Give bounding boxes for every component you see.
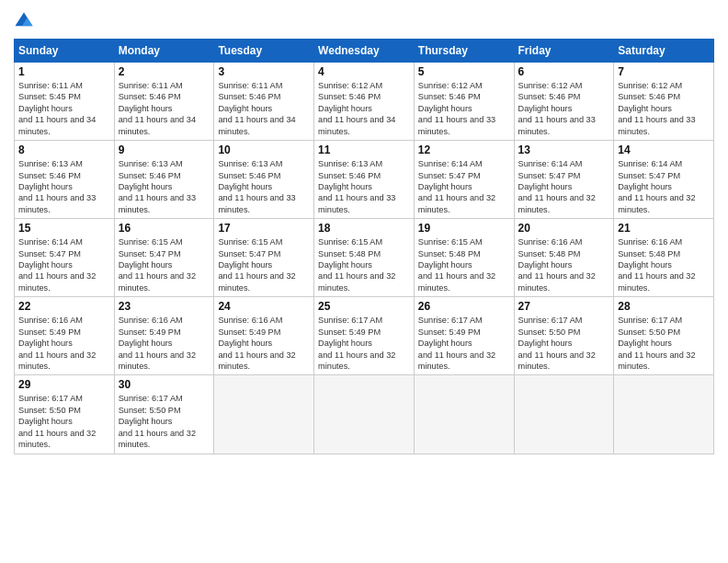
day-number: 3 <box>218 65 310 78</box>
calendar-cell: 1Sunrise: 6:11 AMSunset: 5:45 PMDaylight… <box>15 63 115 141</box>
cell-info: Sunrise: 6:13 AMSunset: 5:46 PMDaylight … <box>218 158 310 215</box>
cell-info: Sunrise: 6:13 AMSunset: 5:46 PMDaylight … <box>18 158 110 215</box>
day-number: 12 <box>418 144 510 156</box>
cell-info: Sunrise: 6:11 AMSunset: 5:46 PMDaylight … <box>218 80 310 137</box>
calendar-cell: 26Sunrise: 6:17 AMSunset: 5:49 PMDayligh… <box>414 297 514 375</box>
day-number: 21 <box>618 222 710 235</box>
calendar-cell: 21Sunrise: 6:16 AMSunset: 5:48 PMDayligh… <box>614 219 714 297</box>
day-number: 26 <box>418 300 510 313</box>
logo <box>14 9 36 31</box>
day-number: 15 <box>18 222 110 235</box>
calendar-cell: 30Sunrise: 6:17 AMSunset: 5:50 PMDayligh… <box>114 375 214 454</box>
day-number: 24 <box>218 300 310 313</box>
calendar-cell: 14Sunrise: 6:14 AMSunset: 5:47 PMDayligh… <box>614 141 714 219</box>
cell-info: Sunrise: 6:14 AMSunset: 5:47 PMDaylight … <box>18 236 110 293</box>
cell-info: Sunrise: 6:13 AMSunset: 5:46 PMDaylight … <box>318 158 410 215</box>
calendar-cell: 23Sunrise: 6:16 AMSunset: 5:49 PMDayligh… <box>114 297 214 375</box>
cell-info: Sunrise: 6:13 AMSunset: 5:46 PMDaylight … <box>119 158 210 215</box>
calendar-cell: 13Sunrise: 6:14 AMSunset: 5:47 PMDayligh… <box>514 141 614 219</box>
calendar-cell: 3Sunrise: 6:11 AMSunset: 5:46 PMDaylight… <box>214 63 314 141</box>
calendar-week-3: 15Sunrise: 6:14 AMSunset: 5:47 PMDayligh… <box>15 219 714 297</box>
day-number: 17 <box>218 222 310 235</box>
calendar-cell: 18Sunrise: 6:15 AMSunset: 5:48 PMDayligh… <box>314 219 415 297</box>
cell-info: Sunrise: 6:11 AMSunset: 5:46 PMDaylight … <box>119 80 210 137</box>
calendar-cell: 19Sunrise: 6:15 AMSunset: 5:48 PMDayligh… <box>414 219 514 297</box>
calendar-week-5: 29Sunrise: 6:17 AMSunset: 5:50 PMDayligh… <box>15 375 714 454</box>
calendar-cell: 12Sunrise: 6:14 AMSunset: 5:47 PMDayligh… <box>414 141 514 219</box>
calendar-cell: 27Sunrise: 6:17 AMSunset: 5:50 PMDayligh… <box>514 297 614 375</box>
calendar-cell: 5Sunrise: 6:12 AMSunset: 5:46 PMDaylight… <box>414 63 514 141</box>
day-number: 27 <box>518 300 610 313</box>
calendar-cell: 9Sunrise: 6:13 AMSunset: 5:46 PMDaylight… <box>114 141 214 219</box>
day-number: 5 <box>418 65 510 78</box>
cell-info: Sunrise: 6:15 AMSunset: 5:48 PMDaylight … <box>318 236 410 293</box>
header-day-monday: Monday <box>114 40 214 63</box>
cell-info: Sunrise: 6:16 AMSunset: 5:49 PMDaylight … <box>119 315 210 372</box>
header <box>14 9 714 31</box>
cell-info: Sunrise: 6:12 AMSunset: 5:46 PMDaylight … <box>418 80 510 137</box>
calendar-cell: 25Sunrise: 6:17 AMSunset: 5:49 PMDayligh… <box>314 297 415 375</box>
calendar-cell: 6Sunrise: 6:12 AMSunset: 5:46 PMDaylight… <box>514 63 614 141</box>
day-number: 18 <box>318 222 410 235</box>
header-day-wednesday: Wednesday <box>314 40 415 63</box>
header-day-thursday: Thursday <box>414 40 514 63</box>
header-day-tuesday: Tuesday <box>214 40 314 63</box>
day-number: 9 <box>119 144 210 156</box>
cell-info: Sunrise: 6:11 AMSunset: 5:45 PMDaylight … <box>18 80 110 137</box>
calendar-cell: 17Sunrise: 6:15 AMSunset: 5:47 PMDayligh… <box>214 219 314 297</box>
day-number: 7 <box>618 65 710 78</box>
day-number: 30 <box>119 378 210 391</box>
calendar-week-4: 22Sunrise: 6:16 AMSunset: 5:49 PMDayligh… <box>15 297 714 375</box>
cell-info: Sunrise: 6:16 AMSunset: 5:49 PMDaylight … <box>18 315 110 372</box>
day-number: 19 <box>418 222 510 235</box>
logo-icon <box>14 11 34 31</box>
day-number: 14 <box>618 144 710 156</box>
header-day-sunday: Sunday <box>15 40 115 63</box>
calendar-table: SundayMondayTuesdayWednesdayThursdayFrid… <box>14 39 714 454</box>
header-day-friday: Friday <box>514 40 614 63</box>
calendar-cell: 7Sunrise: 6:12 AMSunset: 5:46 PMDaylight… <box>614 63 714 141</box>
calendar-cell: 16Sunrise: 6:15 AMSunset: 5:47 PMDayligh… <box>114 219 214 297</box>
day-number: 11 <box>318 144 410 156</box>
calendar-cell <box>214 375 314 454</box>
calendar-cell <box>614 375 714 454</box>
cell-info: Sunrise: 6:15 AMSunset: 5:47 PMDaylight … <box>119 236 210 293</box>
day-number: 25 <box>318 300 410 313</box>
day-number: 2 <box>119 65 210 78</box>
calendar-cell: 28Sunrise: 6:17 AMSunset: 5:50 PMDayligh… <box>614 297 714 375</box>
calendar-cell: 24Sunrise: 6:16 AMSunset: 5:49 PMDayligh… <box>214 297 314 375</box>
day-number: 23 <box>119 300 210 313</box>
cell-info: Sunrise: 6:17 AMSunset: 5:49 PMDaylight … <box>418 315 510 372</box>
cell-info: Sunrise: 6:17 AMSunset: 5:50 PMDaylight … <box>119 393 210 450</box>
cell-info: Sunrise: 6:14 AMSunset: 5:47 PMDaylight … <box>518 158 610 215</box>
cell-info: Sunrise: 6:17 AMSunset: 5:50 PMDaylight … <box>518 315 610 372</box>
calendar-cell: 20Sunrise: 6:16 AMSunset: 5:48 PMDayligh… <box>514 219 614 297</box>
cell-info: Sunrise: 6:14 AMSunset: 5:47 PMDaylight … <box>618 158 710 215</box>
calendar-week-1: 1Sunrise: 6:11 AMSunset: 5:45 PMDaylight… <box>15 63 714 141</box>
header-day-saturday: Saturday <box>614 40 714 63</box>
cell-info: Sunrise: 6:16 AMSunset: 5:48 PMDaylight … <box>518 236 610 293</box>
cell-info: Sunrise: 6:15 AMSunset: 5:47 PMDaylight … <box>218 236 310 293</box>
calendar-header-row: SundayMondayTuesdayWednesdayThursdayFrid… <box>15 40 714 63</box>
calendar-cell: 29Sunrise: 6:17 AMSunset: 5:50 PMDayligh… <box>15 375 115 454</box>
day-number: 13 <box>518 144 610 156</box>
cell-info: Sunrise: 6:12 AMSunset: 5:46 PMDaylight … <box>618 80 710 137</box>
day-number: 28 <box>618 300 710 313</box>
day-number: 16 <box>119 222 210 235</box>
cell-info: Sunrise: 6:16 AMSunset: 5:49 PMDaylight … <box>218 315 310 372</box>
day-number: 22 <box>18 300 110 313</box>
calendar-cell: 15Sunrise: 6:14 AMSunset: 5:47 PMDayligh… <box>15 219 115 297</box>
calendar-cell: 10Sunrise: 6:13 AMSunset: 5:46 PMDayligh… <box>214 141 314 219</box>
cell-info: Sunrise: 6:17 AMSunset: 5:50 PMDaylight … <box>18 393 110 450</box>
calendar-week-2: 8Sunrise: 6:13 AMSunset: 5:46 PMDaylight… <box>15 141 714 219</box>
calendar-cell <box>414 375 514 454</box>
calendar-cell <box>314 375 415 454</box>
cell-info: Sunrise: 6:17 AMSunset: 5:50 PMDaylight … <box>618 315 710 372</box>
cell-info: Sunrise: 6:12 AMSunset: 5:46 PMDaylight … <box>318 80 410 137</box>
cell-info: Sunrise: 6:12 AMSunset: 5:46 PMDaylight … <box>518 80 610 137</box>
calendar-cell: 11Sunrise: 6:13 AMSunset: 5:46 PMDayligh… <box>314 141 415 219</box>
page: SundayMondayTuesdayWednesdayThursdayFrid… <box>0 0 728 563</box>
day-number: 6 <box>518 65 610 78</box>
day-number: 1 <box>18 65 110 78</box>
cell-info: Sunrise: 6:14 AMSunset: 5:47 PMDaylight … <box>418 158 510 215</box>
